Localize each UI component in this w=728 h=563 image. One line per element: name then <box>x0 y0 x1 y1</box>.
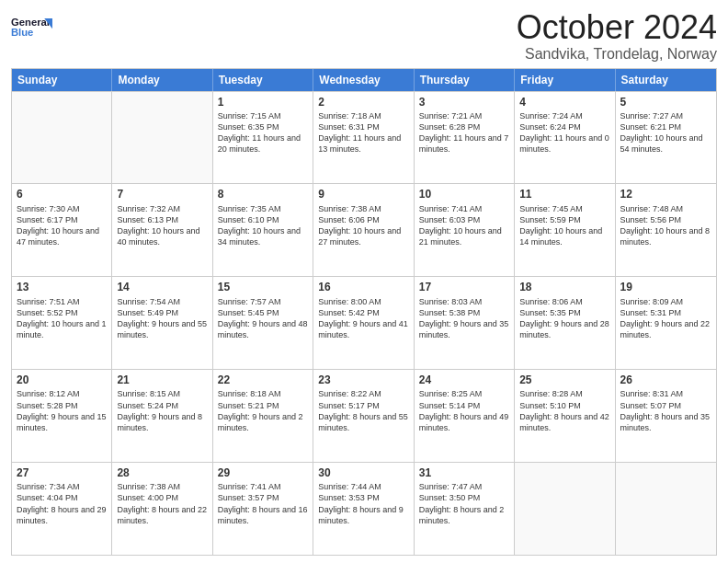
page-title: October 2024 <box>517 9 717 46</box>
header-monday: Monday <box>112 69 212 91</box>
sunrise-text: Sunrise: 7:38 AM <box>117 481 207 492</box>
daylight-text: Daylight: 10 hours and 47 minutes. <box>17 225 107 247</box>
sunrise-text: Sunrise: 8:09 AM <box>620 296 711 307</box>
daylight-text: Daylight: 10 hours and 27 minutes. <box>318 225 408 247</box>
daylight-text: Daylight: 9 hours and 48 minutes. <box>218 318 308 340</box>
day-number: 3 <box>419 95 509 109</box>
calendar-row-3: 20Sunrise: 8:12 AMSunset: 5:28 PMDayligh… <box>12 369 716 462</box>
sunrise-text: Sunrise: 7:15 AM <box>218 110 308 121</box>
day-number: 31 <box>419 465 509 480</box>
svg-text:General: General <box>11 17 50 28</box>
sunrise-text: Sunrise: 7:30 AM <box>17 203 107 214</box>
table-row: 10Sunrise: 7:41 AMSunset: 6:03 PMDayligh… <box>415 184 515 276</box>
daylight-text: Daylight: 10 hours and 1 minute. <box>17 318 107 340</box>
sunrise-text: Sunrise: 7:57 AM <box>218 296 308 307</box>
table-row: 30Sunrise: 7:44 AMSunset: 3:53 PMDayligh… <box>313 463 414 555</box>
sunset-text: Sunset: 6:24 PM <box>519 121 609 132</box>
sunset-text: Sunset: 5:45 PM <box>218 307 308 318</box>
daylight-text: Daylight: 8 hours and 49 minutes. <box>419 411 509 433</box>
sunrise-text: Sunrise: 8:12 AM <box>17 388 107 399</box>
day-number: 29 <box>218 465 308 480</box>
daylight-text: Daylight: 8 hours and 16 minutes. <box>218 504 308 526</box>
sunset-text: Sunset: 5:07 PM <box>620 400 711 411</box>
sunset-text: Sunset: 5:21 PM <box>218 400 308 411</box>
table-row: 29Sunrise: 7:41 AMSunset: 3:57 PMDayligh… <box>213 463 313 555</box>
sunset-text: Sunset: 5:17 PM <box>318 400 408 411</box>
day-number: 18 <box>519 280 609 294</box>
calendar: Sunday Monday Tuesday Wednesday Thursday… <box>11 68 717 556</box>
daylight-text: Daylight: 8 hours and 9 minutes. <box>318 504 408 526</box>
table-row: 14Sunrise: 7:54 AMSunset: 5:49 PMDayligh… <box>112 277 212 369</box>
sunrise-text: Sunrise: 8:22 AM <box>318 388 408 399</box>
calendar-row-2: 13Sunrise: 7:51 AMSunset: 5:52 PMDayligh… <box>12 276 716 369</box>
day-number: 19 <box>620 280 711 294</box>
table-row: 28Sunrise: 7:38 AMSunset: 4:00 PMDayligh… <box>112 463 212 555</box>
sunset-text: Sunset: 6:28 PM <box>419 121 509 132</box>
daylight-text: Daylight: 9 hours and 8 minutes. <box>117 411 207 433</box>
table-row: 23Sunrise: 8:22 AMSunset: 5:17 PMDayligh… <box>313 370 414 462</box>
sunrise-text: Sunrise: 7:51 AM <box>17 296 107 307</box>
table-row: 19Sunrise: 8:09 AMSunset: 5:31 PMDayligh… <box>616 277 716 369</box>
daylight-text: Daylight: 10 hours and 21 minutes. <box>419 225 509 247</box>
table-row: 13Sunrise: 7:51 AMSunset: 5:52 PMDayligh… <box>12 277 112 369</box>
sunrise-text: Sunrise: 7:45 AM <box>519 203 609 214</box>
day-number: 2 <box>318 95 408 109</box>
sunset-text: Sunset: 5:31 PM <box>620 307 711 318</box>
day-number: 26 <box>620 373 711 387</box>
daylight-text: Daylight: 11 hours and 7 minutes. <box>419 132 509 155</box>
sunset-text: Sunset: 5:42 PM <box>318 307 408 318</box>
daylight-text: Daylight: 9 hours and 28 minutes. <box>519 318 609 340</box>
sunset-text: Sunset: 5:52 PM <box>17 307 107 318</box>
day-number: 25 <box>519 373 609 387</box>
sunset-text: Sunset: 6:10 PM <box>218 214 308 225</box>
table-row: 20Sunrise: 8:12 AMSunset: 5:28 PMDayligh… <box>12 370 112 462</box>
table-row: 16Sunrise: 8:00 AMSunset: 5:42 PMDayligh… <box>313 277 414 369</box>
header-sunday: Sunday <box>12 69 112 91</box>
table-row: 31Sunrise: 7:47 AMSunset: 3:50 PMDayligh… <box>415 463 515 555</box>
calendar-row-1: 6Sunrise: 7:30 AMSunset: 6:17 PMDaylight… <box>12 183 716 276</box>
sunrise-text: Sunrise: 7:41 AM <box>218 481 308 492</box>
daylight-text: Daylight: 8 hours and 55 minutes. <box>318 411 408 433</box>
logo-svg: General Blue <box>11 9 57 51</box>
daylight-text: Daylight: 11 hours and 13 minutes. <box>318 132 408 155</box>
table-row: 17Sunrise: 8:03 AMSunset: 5:38 PMDayligh… <box>415 277 515 369</box>
daylight-text: Daylight: 10 hours and 34 minutes. <box>218 225 308 247</box>
table-row <box>12 92 112 184</box>
sunrise-text: Sunrise: 7:34 AM <box>17 481 107 492</box>
daylight-text: Daylight: 9 hours and 22 minutes. <box>620 318 711 340</box>
day-number: 8 <box>218 187 308 201</box>
daylight-text: Daylight: 9 hours and 41 minutes. <box>318 318 408 340</box>
sunset-text: Sunset: 5:35 PM <box>519 307 609 318</box>
sunset-text: Sunset: 3:50 PM <box>419 492 509 503</box>
title-block: October 2024 Sandvika, Trondelag, Norway <box>517 9 717 63</box>
sunset-text: Sunset: 3:57 PM <box>218 492 308 503</box>
header-wednesday: Wednesday <box>313 69 414 91</box>
daylight-text: Daylight: 8 hours and 35 minutes. <box>620 411 711 433</box>
sunrise-text: Sunrise: 7:54 AM <box>117 296 207 307</box>
table-row: 7Sunrise: 7:32 AMSunset: 6:13 PMDaylight… <box>112 184 212 276</box>
table-row: 26Sunrise: 8:31 AMSunset: 5:07 PMDayligh… <box>616 370 716 462</box>
daylight-text: Daylight: 11 hours and 0 minutes. <box>519 132 609 155</box>
day-number: 13 <box>17 280 107 294</box>
sunrise-text: Sunrise: 8:28 AM <box>519 388 609 399</box>
sunset-text: Sunset: 4:00 PM <box>117 492 207 503</box>
day-number: 10 <box>419 187 509 201</box>
day-number: 16 <box>318 280 408 294</box>
sunset-text: Sunset: 6:13 PM <box>117 214 207 225</box>
table-row <box>616 463 716 555</box>
daylight-text: Daylight: 9 hours and 2 minutes. <box>218 411 308 433</box>
sunset-text: Sunset: 5:49 PM <box>117 307 207 318</box>
sunrise-text: Sunrise: 7:47 AM <box>419 481 509 492</box>
sunset-text: Sunset: 6:21 PM <box>620 121 711 132</box>
sunset-text: Sunset: 6:35 PM <box>218 121 308 132</box>
table-row: 9Sunrise: 7:38 AMSunset: 6:06 PMDaylight… <box>313 184 414 276</box>
sunrise-text: Sunrise: 8:15 AM <box>117 388 207 399</box>
day-number: 11 <box>519 187 609 201</box>
table-row: 27Sunrise: 7:34 AMSunset: 4:04 PMDayligh… <box>12 463 112 555</box>
daylight-text: Daylight: 9 hours and 55 minutes. <box>117 318 207 340</box>
daylight-text: Daylight: 10 hours and 54 minutes. <box>620 132 711 155</box>
table-row <box>112 92 212 184</box>
sunrise-text: Sunrise: 7:21 AM <box>419 110 509 121</box>
sunrise-text: Sunrise: 7:48 AM <box>620 203 711 214</box>
sunset-text: Sunset: 6:06 PM <box>318 214 408 225</box>
